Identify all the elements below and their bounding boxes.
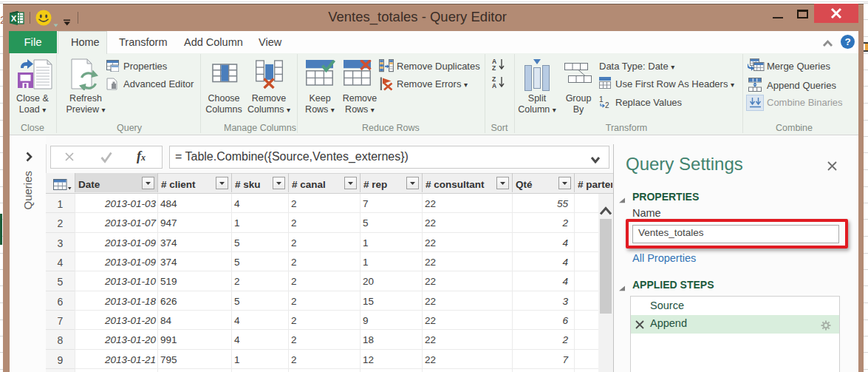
svg-text:2: 2 [605,101,609,109]
svg-text:1: 1 [599,95,604,104]
svg-text:X: X [11,14,17,23]
svg-text:Z: Z [492,64,496,71]
svg-text:?: ? [844,36,850,47]
svg-text:A: A [492,82,496,89]
